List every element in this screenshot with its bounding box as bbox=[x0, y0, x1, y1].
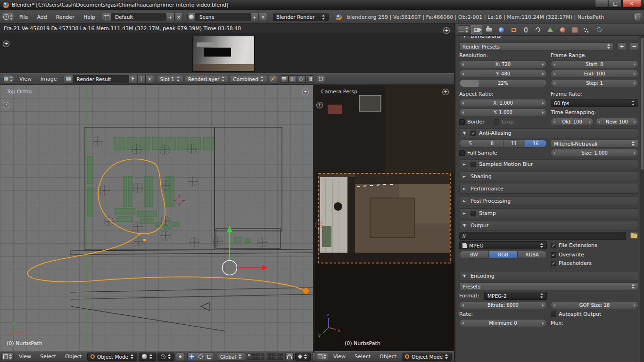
editor-type-button[interactable]: i bbox=[2, 13, 14, 21]
viewport-shading-select[interactable] bbox=[139, 353, 156, 361]
render-layer-select[interactable]: RenderLayer bbox=[185, 75, 229, 83]
manipulator-circle[interactable] bbox=[223, 261, 237, 275]
slot-select[interactable]: Slot 1 bbox=[157, 75, 183, 83]
screen-add-button[interactable]: + bbox=[166, 13, 174, 21]
scene-delete-button[interactable]: × bbox=[259, 13, 267, 21]
maximize-button[interactable]: □ bbox=[609, 0, 622, 8]
region-plus-widget[interactable]: + bbox=[442, 89, 449, 95]
menu-select[interactable]: Select bbox=[351, 354, 374, 360]
file-extensions-checkbox[interactable]: ✓ File Extensions bbox=[551, 242, 597, 248]
preset-add-button[interactable]: + bbox=[618, 42, 626, 50]
image-add-button[interactable]: + bbox=[137, 75, 146, 83]
full-sample-checkbox[interactable]: Full Sample bbox=[459, 150, 497, 156]
tab-constraints[interactable] bbox=[520, 25, 531, 34]
rotate-manipulator-button[interactable] bbox=[196, 353, 205, 361]
panel-anti-aliasing-header[interactable]: ▼ ✓ Anti-Aliasing bbox=[459, 128, 638, 138]
editor-type-button[interactable] bbox=[2, 75, 14, 83]
motion-blur-checkbox[interactable] bbox=[471, 162, 476, 167]
preset-remove-button[interactable]: − bbox=[630, 42, 638, 50]
color-bw-button[interactable]: BW bbox=[459, 251, 489, 259]
panel-motion-blur-header[interactable]: ► Sampled Motion Blur bbox=[459, 159, 638, 169]
render-presets-select[interactable]: Render Presets bbox=[459, 42, 614, 50]
panel-dimensions-header[interactable]: ▼ Dimensions bbox=[459, 36, 638, 41]
channel-rgb-button[interactable] bbox=[289, 75, 297, 83]
minimum-field[interactable]: Minimum: 0 bbox=[459, 319, 547, 327]
mode-select[interactable]: Object Mode bbox=[87, 353, 137, 361]
pivot-select[interactable] bbox=[157, 353, 174, 361]
editor-type-button[interactable] bbox=[1, 353, 14, 361]
pivot-align-toggle[interactable] bbox=[176, 353, 184, 361]
orientation-select[interactable]: Global bbox=[217, 353, 245, 361]
frame-step-field[interactable]: Step: 1 bbox=[551, 79, 638, 87]
editor-type-button[interactable] bbox=[316, 353, 328, 361]
channel-bw-button[interactable] bbox=[280, 75, 289, 83]
autosplit-checkbox[interactable]: Autosplit Output bbox=[551, 311, 601, 317]
menu-object[interactable]: Object bbox=[61, 354, 86, 360]
image-unlink-button[interactable]: × bbox=[146, 75, 154, 83]
image-paint-toggle[interactable] bbox=[269, 75, 277, 83]
screen-name-field[interactable]: Default bbox=[111, 13, 166, 21]
aa-samples-16-button[interactable]: 16 bbox=[525, 140, 547, 148]
layers-widget[interactable] bbox=[267, 354, 283, 360]
menu-image[interactable]: Image bbox=[37, 76, 60, 82]
tab-modifiers[interactable] bbox=[532, 25, 544, 34]
viewport-top-ortho[interactable]: y x Top Ortho (0) NurbsPath bbox=[0, 85, 313, 351]
scopes-toggle[interactable] bbox=[317, 75, 325, 83]
menu-view[interactable]: View bbox=[16, 76, 35, 82]
resolution-percentage-slider[interactable]: 22% bbox=[459, 79, 547, 87]
panel-encoding-header[interactable]: ▼ Encoding bbox=[459, 271, 638, 281]
menu-view[interactable]: View bbox=[330, 354, 349, 360]
editor-type-button[interactable] bbox=[458, 25, 470, 34]
menu-help[interactable]: Help bbox=[80, 14, 99, 20]
curve-handle[interactable] bbox=[143, 239, 146, 241]
tab-object[interactable] bbox=[508, 25, 519, 34]
close-button[interactable]: × bbox=[622, 0, 641, 8]
resolution-y-field[interactable]: Y: 480 bbox=[459, 70, 547, 78]
aa-samples-8-button[interactable]: 8 bbox=[481, 140, 503, 148]
region-plus-widget[interactable]: + bbox=[3, 41, 9, 47]
properties-scrollbar-thumb[interactable] bbox=[641, 38, 644, 170]
region-plus-widget[interactable]: + bbox=[302, 89, 309, 95]
render-engine-select[interactable]: Blender Render bbox=[273, 13, 329, 21]
image-name-field[interactable]: Render Result bbox=[73, 75, 129, 83]
snap-toggle[interactable] bbox=[285, 353, 294, 361]
aspect-y-field[interactable]: Y: 1.000 bbox=[459, 108, 547, 116]
channel-alpha-button[interactable] bbox=[297, 75, 305, 83]
panel-post-processing-header[interactable]: ► Post Processing bbox=[459, 196, 638, 206]
curve-endpoint-sphere[interactable] bbox=[303, 288, 309, 294]
frame-rate-select[interactable]: 60 fps bbox=[551, 99, 638, 107]
frame-start-field[interactable]: Start: 0 bbox=[551, 60, 638, 68]
gop-size-field[interactable]: GOP Size: 18 bbox=[551, 301, 638, 309]
encoding-format-select[interactable]: MPEG-2 bbox=[484, 292, 547, 300]
border-checkbox[interactable]: Border bbox=[459, 119, 485, 125]
menu-file[interactable]: File bbox=[16, 14, 32, 20]
remap-old-field[interactable]: Old: 100 bbox=[551, 118, 594, 126]
aspect-x-field[interactable]: X: 1.000 bbox=[459, 99, 547, 107]
stamp-checkbox[interactable] bbox=[471, 211, 476, 216]
file-format-select[interactable]: MPEG bbox=[459, 241, 547, 249]
menu-render[interactable]: Render bbox=[52, 14, 78, 20]
screen-delete-button[interactable]: × bbox=[174, 13, 183, 21]
menu-object[interactable]: Object bbox=[376, 354, 400, 360]
tab-object-data[interactable] bbox=[545, 25, 556, 34]
crop-checkbox[interactable]: Crop bbox=[494, 119, 514, 125]
translate-manipulator[interactable] bbox=[223, 226, 269, 275]
tab-render[interactable] bbox=[471, 25, 482, 34]
scene-add-button[interactable]: + bbox=[250, 13, 259, 21]
translate-manipulator-button[interactable] bbox=[187, 353, 196, 361]
scale-manipulator-button[interactable] bbox=[205, 353, 214, 361]
region-plus-widget[interactable]: + bbox=[316, 102, 323, 108]
frame-end-field[interactable]: End: 100 bbox=[551, 70, 638, 78]
scene-name-field[interactable]: Scene bbox=[196, 13, 250, 21]
fake-user-button[interactable]: F bbox=[129, 75, 137, 83]
panel-performance-header[interactable]: ► Performance bbox=[459, 184, 638, 194]
viewport-camera-persp[interactable]: z y x Camera Persp (0) NurbsPath bbox=[314, 85, 454, 351]
menu-add[interactable]: Add bbox=[33, 14, 50, 20]
aa-samples-5-button[interactable]: 5 bbox=[459, 140, 481, 148]
anti-aliasing-checkbox[interactable]: ✓ bbox=[471, 131, 476, 136]
minimize-button[interactable]: – bbox=[595, 0, 608, 8]
menu-view[interactable]: View bbox=[15, 354, 35, 360]
tab-physics[interactable] bbox=[594, 25, 605, 34]
panel-shading-header[interactable]: ► Shading bbox=[459, 172, 638, 181]
remap-new-field[interactable]: New: 100 bbox=[595, 118, 638, 126]
